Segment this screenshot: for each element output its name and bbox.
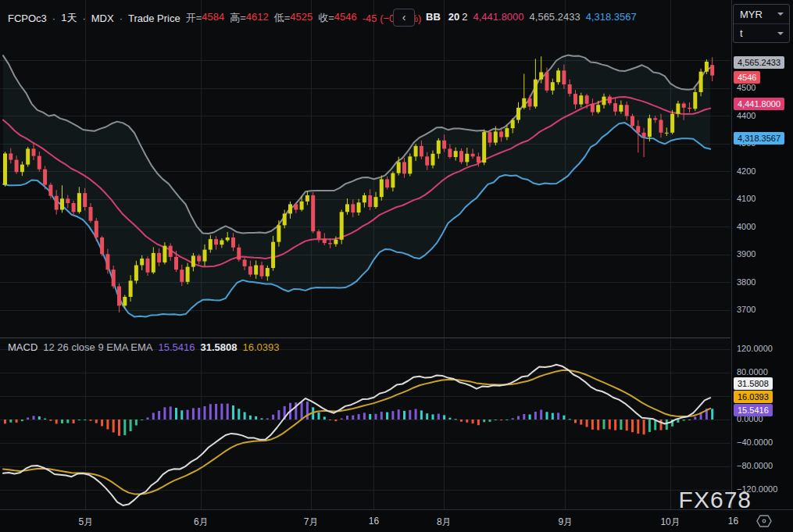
time-tick-label: 8月 (437, 516, 452, 529)
bollinger-legend[interactable]: BB 20 2 4,441.8000 4,565.2433 4,318.3567 (426, 11, 637, 23)
time-tick-label: 5月 (79, 516, 94, 529)
bb-period: 20 (448, 11, 459, 23)
interval-label[interactable]: 1天 (61, 11, 77, 25)
last-price-badge: 4546 (734, 71, 760, 84)
chevron-down-icon (777, 12, 784, 16)
signal-value-badge: 16.0393 (734, 391, 773, 403)
price-tick-label: 4400 (737, 111, 755, 120)
macd-value-badge: 31.5808 (734, 377, 773, 390)
legend-collapse-button[interactable]: ‹ (393, 9, 415, 27)
bb-lower-value-badge: 4,318.3567 (734, 132, 784, 145)
chevron-left-icon: ‹ (402, 11, 406, 23)
macd-tick-label: −40.0000 (737, 437, 773, 447)
price-tick-label: 4200 (737, 166, 755, 176)
fx678-watermark: FX678 (679, 487, 752, 513)
trading-chart-app: FCPOc3 · 1天 · MDX · Trade Price 开=4584 高… (0, 0, 793, 532)
price-tick-label: 4000 (737, 222, 755, 231)
chevron-down-icon (777, 32, 784, 35)
macd-hist-value: 15.5416 (158, 341, 195, 353)
macd-params: 12 26 close 9 EMA EMA (43, 341, 152, 353)
macd-tick-label: 120.0000 (737, 344, 773, 353)
bb-upper-value: 4,565.2433 (530, 11, 580, 23)
macd-signal-value: 16.0393 (242, 341, 279, 353)
bb-title: BB (426, 11, 441, 23)
macd-tick-label: −80.0000 (737, 461, 773, 470)
series-type-label: Trade Price (128, 12, 180, 24)
high-value: 高=4612 (230, 11, 269, 25)
time-tick-label: 9月 (558, 516, 573, 529)
time-tick-label: 16 (728, 516, 738, 527)
bb-lower-value: 4,318.3567 (586, 11, 637, 23)
low-value: 低=4525 (274, 11, 313, 25)
macd-legend[interactable]: MACD 12 26 close 9 EMA EMA 15.5416 31.58… (8, 341, 279, 353)
scale-settings-box: MYR t (733, 4, 790, 43)
time-axis[interactable]: 5月6月7月168月9月10月16 (0, 509, 793, 532)
price-tick-label: 4100 (737, 194, 755, 203)
time-tick-label: 10月 (660, 516, 680, 529)
macd-title: MACD (8, 341, 38, 353)
price-tick-label: 3700 (737, 305, 755, 314)
price-pane[interactable] (0, 0, 730, 337)
price-axis[interactable]: 450044004300420041004000390038003700120.… (731, 0, 793, 509)
bb-stdev: 2 (462, 11, 467, 23)
open-value: 开=4584 (186, 11, 225, 25)
bb-upper-value-badge: 4,565.2433 (734, 56, 784, 69)
time-tick-label: 7月 (304, 516, 319, 529)
price-tick-label: 4500 (737, 83, 755, 92)
close-value: 收=4546 (318, 11, 357, 25)
symbol-legend: FCPOc3 · 1天 · MDX · Trade Price 开=4584 高… (8, 11, 421, 25)
unit-select[interactable]: t (734, 23, 789, 42)
currency-select[interactable]: MYR (734, 5, 789, 23)
price-tick-label: 3800 (737, 277, 755, 287)
macd-line-value: 31.5808 (200, 341, 237, 353)
hist-value-badge: 15.5416 (734, 404, 773, 416)
price-tick-label: 3900 (737, 249, 755, 259)
bb-basis-value: 4,441.8000 (473, 11, 523, 23)
symbol-name[interactable]: FCPOc3 (8, 12, 47, 24)
macd-tick-label: 80.0000 (737, 367, 768, 377)
timezone-settings-icon[interactable] (755, 513, 773, 529)
bb-basis-value-badge: 4,441.8000 (734, 98, 784, 110)
exchange-label: MDX (91, 12, 114, 24)
macd-pane[interactable] (0, 337, 730, 509)
time-tick-label: 6月 (194, 516, 209, 529)
time-tick-label: 16 (369, 516, 379, 527)
